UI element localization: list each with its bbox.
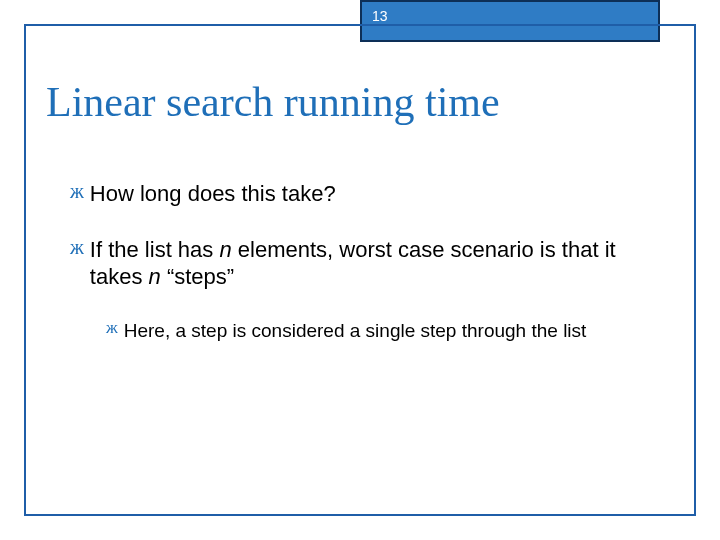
italic-n: n bbox=[149, 264, 161, 289]
slide-title: Linear search running time bbox=[46, 78, 500, 126]
bullet-2-text: If the list has n elements, worst case s… bbox=[90, 236, 660, 291]
bullet-icon: ж bbox=[70, 236, 84, 258]
bullet-2a: ж Here, a step is considered a single st… bbox=[106, 319, 660, 343]
page-number: 13 bbox=[372, 8, 388, 24]
bullet-1-text: How long does this take? bbox=[90, 180, 336, 208]
italic-n: n bbox=[219, 237, 231, 262]
bullet-icon: ж bbox=[70, 180, 84, 202]
bullet-2a-text: Here, a step is considered a single step… bbox=[124, 319, 587, 343]
bullet-1: ж How long does this take? bbox=[70, 180, 660, 208]
bullet-icon: ж bbox=[106, 319, 118, 338]
slide-content: ж How long does this take? ж If the list… bbox=[70, 180, 660, 342]
bullet-2: ж If the list has n elements, worst case… bbox=[70, 236, 660, 291]
